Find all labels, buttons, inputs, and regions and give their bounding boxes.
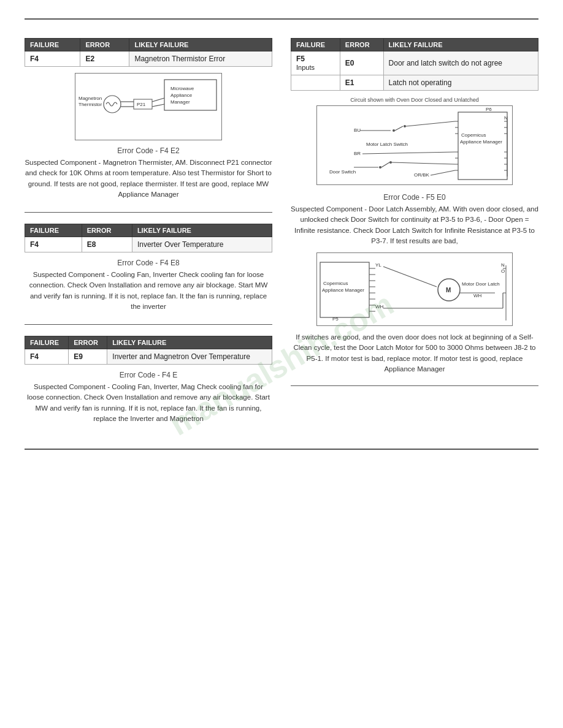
svg-line-31 — [362, 152, 455, 154]
svg-point-34 — [379, 166, 381, 169]
circuit-svg-f5-bot: Copernicus Appliance Manager P5 — [316, 252, 513, 326]
svg-text:Door Switch: Door Switch — [329, 169, 356, 175]
diagram-container-f4e2: Microwave Appliance Manager Magnetron Th… — [25, 73, 272, 140]
svg-text:Appliance Manager: Appliance Manager — [322, 287, 364, 293]
top-border — [25, 18, 538, 20]
svg-text:Copernicus: Copernicus — [461, 132, 486, 138]
bottom-border — [25, 449, 538, 450]
svg-text:Microwave: Microwave — [170, 86, 194, 91]
likely-val: Magnetron Thermistor Error — [129, 51, 272, 67]
svg-point-25 — [393, 129, 395, 132]
error-code-title-f4e2: Error Code - F4 E2 — [25, 146, 272, 155]
svg-point-36 — [389, 161, 392, 164]
svg-text:Motor Latch Switch: Motor Latch Switch — [366, 142, 408, 147]
likely-header-e8: LIKELY FAILURE — [132, 224, 272, 237]
likely-f5-e0: Door and latch switch do not agree — [383, 51, 538, 75]
left-column: FAILURE ERROR LIKELY FAILURE F4 E2 Magne… — [25, 38, 272, 436]
error-header-f5: ERROR — [340, 39, 383, 51]
error-f5-e1: E1 — [340, 75, 383, 91]
section-f4e9: FAILURE ERROR LIKELY FAILURE F4 E9 Inver… — [25, 336, 272, 424]
section-f4e8: FAILURE ERROR LIKELY FAILURE F4 E8 Inver… — [25, 224, 272, 312]
svg-point-27 — [404, 125, 406, 127]
error-table-f4e2: FAILURE ERROR LIKELY FAILURE F4 E2 Magne… — [25, 38, 272, 67]
divider-2 — [25, 324, 272, 325]
likely-f5-e1: Latch not operating — [383, 75, 538, 91]
divider-1 — [25, 212, 272, 213]
svg-text:Manager: Manager — [170, 99, 190, 105]
failure-header-f5: FAILURE — [291, 39, 340, 51]
svg-text:N: N — [501, 262, 505, 268]
diagram-container-f5-top: Circuit shown with Oven Door Closed and … — [291, 97, 538, 187]
failure-header: FAILURE — [25, 39, 80, 51]
error-table-f5: FAILURE ERROR LIKELY FAILURE F5 Inputs E… — [291, 38, 538, 91]
svg-text:WH: WH — [375, 304, 384, 309]
diagram-container-f5-bot: Copernicus Appliance Manager P5 — [291, 252, 538, 326]
svg-line-28 — [406, 121, 455, 126]
svg-rect-13 — [458, 112, 507, 180]
svg-text:O: O — [501, 268, 505, 274]
likely-header-e9: LIKELY FAILURE — [107, 336, 272, 349]
error-header-e9: ERROR — [69, 336, 107, 349]
svg-text:M: M — [446, 287, 451, 294]
diagram-f5-top: Circuit shown with Oven Door Closed and … — [316, 97, 513, 187]
svg-text:YL: YL — [375, 262, 381, 268]
right-column: FAILURE ERROR LIKELY FAILURE F5 Inputs E… — [291, 38, 538, 436]
svg-text:P6: P6 — [486, 107, 492, 112]
error-header-e8: ERROR — [82, 224, 132, 237]
svg-line-39 — [431, 170, 455, 175]
svg-text:Copernicus: Copernicus — [323, 281, 348, 286]
failure-header-e9: FAILURE — [25, 336, 69, 349]
failure-val: F4 — [25, 51, 80, 67]
svg-text:Appliance Manager: Appliance Manager — [460, 139, 502, 145]
error-code-title-f5e0: Error Code - F5 E0 — [291, 193, 538, 202]
svg-text:Appliance: Appliance — [170, 93, 193, 98]
circuit-diagram-f4e2: Microwave Appliance Manager Magnetron Th… — [75, 73, 222, 140]
error-table-f4e9: FAILURE ERROR LIKELY FAILURE F4 E9 Inver… — [25, 336, 272, 365]
failure-val-e9: F4 — [25, 349, 69, 365]
svg-text:BU: BU — [354, 127, 361, 133]
error-val-e8: E8 — [82, 237, 132, 252]
f5-sub: Inputs — [296, 64, 315, 71]
error-desc-f5e0: Suspected Component - Door Latch Assembl… — [291, 204, 538, 246]
section-f5: FAILURE ERROR LIKELY FAILURE F5 Inputs E… — [291, 38, 538, 386]
svg-text:Motor Door Latch: Motor Door Latch — [462, 281, 500, 287]
error-code-title-f4e9: Error Code - F4 E — [25, 371, 272, 379]
error-f5-e0: E0 — [340, 51, 383, 75]
error-table-f4e8: FAILURE ERROR LIKELY FAILURE F4 E8 Inver… — [25, 224, 272, 252]
failure-header-e8: FAILURE — [25, 224, 82, 237]
main-columns: FAILURE ERROR LIKELY FAILURE F4 E2 Magne… — [25, 38, 538, 436]
error-desc-f4e9: Suspected Component - Cooling Fan, Inver… — [25, 382, 272, 424]
error-code-title-f4e8: Error Code - F4 E8 — [25, 259, 272, 267]
svg-line-12 — [152, 104, 164, 107]
f5-val: F5 — [296, 55, 305, 63]
svg-text:Thermistor: Thermistor — [79, 102, 102, 107]
svg-text:BR: BR — [354, 151, 361, 156]
divider-right — [291, 385, 538, 386]
page: manualshih.com FAILURE ERROR LIKELY FAIL… — [0, 0, 563, 728]
svg-line-37 — [392, 162, 455, 164]
failure-f5-row1: F5 Inputs — [291, 51, 340, 75]
section-f4e2: FAILURE ERROR LIKELY FAILURE F4 E2 Magne… — [25, 38, 272, 200]
svg-text:WH: WH — [473, 293, 482, 298]
likely-header: LIKELY FAILURE — [129, 39, 272, 51]
failure-val-e8: F4 — [25, 237, 82, 252]
error-header: ERROR — [80, 39, 129, 51]
circuit-note-f5: Circuit shown with Oven Door Closed and … — [316, 97, 513, 103]
svg-line-35 — [381, 162, 389, 167]
likely-val-e8: Inverter Over Temperature — [132, 237, 272, 252]
svg-text:Magnetron: Magnetron — [79, 96, 102, 101]
circuit-svg-f5-top: Copernicus Appliance Manager BU — [316, 105, 513, 185]
failure-f5-row2 — [291, 75, 340, 91]
svg-text:OR/BK: OR/BK — [414, 172, 430, 178]
error-val: E2 — [80, 51, 129, 67]
svg-line-26 — [395, 126, 403, 131]
svg-line-63 — [383, 267, 437, 287]
error-val-e9: E9 — [69, 349, 107, 365]
likely-val-e9: Inverter and Magnetron Over Temperature — [107, 349, 272, 365]
svg-line-11 — [152, 98, 164, 102]
error-desc-f4e2: Suspected Component - Magnetron Thermist… — [25, 157, 272, 200]
error-desc2-f5: If switches are good, and the oven door … — [291, 332, 538, 374]
likely-header-f5: LIKELY FAILURE — [383, 39, 538, 51]
svg-text:P5: P5 — [332, 316, 339, 322]
error-desc-f4e8: Suspected Component - Cooling Fan, Inver… — [25, 270, 272, 312]
